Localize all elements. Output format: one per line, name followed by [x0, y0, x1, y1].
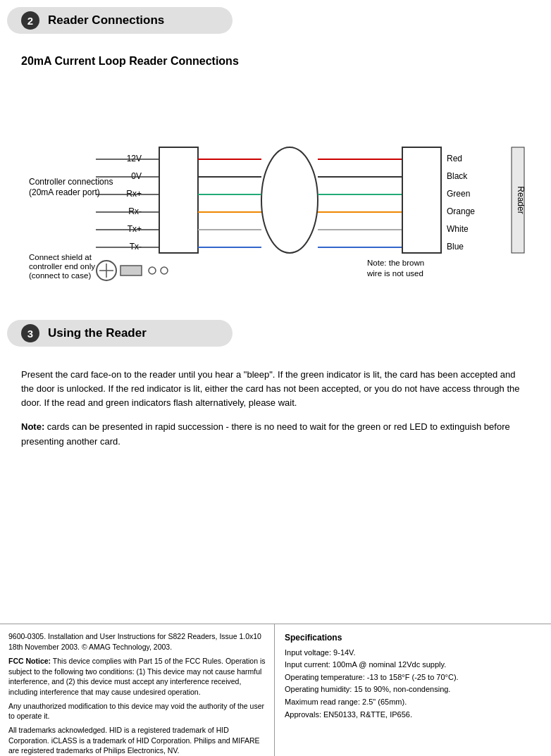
specs-lines: Input voltage: 9-14V.Input current: 100m…	[285, 647, 541, 721]
spec-line: Operating temperature: -13 to 158°F (-25…	[285, 671, 541, 684]
svg-text:Tx-: Tx-	[130, 242, 142, 252]
specs-title: Specifications	[285, 631, 541, 645]
footer-left: 9600-0305. Installation and User Instruc…	[0, 624, 275, 756]
spec-line: Input voltage: 9-14V.	[285, 647, 541, 659]
spec-line: Operating humidity: 15 to 90%, non-conde…	[285, 683, 541, 696]
svg-text:wire is not used: wire is not used	[366, 269, 423, 278]
section3-header: 3 Using the Reader	[7, 320, 233, 347]
footer-para3: All trademarks acknowledged. HID is a re…	[8, 725, 266, 756]
section3-content: Present the card face-on to the reader u…	[0, 361, 551, 463]
section2-number: 2	[21, 11, 39, 30]
note-bold: Note:	[21, 421, 44, 432]
svg-text:Blue: Blue	[447, 242, 464, 252]
footer: 9600-0305. Installation and User Instruc…	[0, 624, 551, 756]
using-note: Note: cards can be presented in rapid su…	[21, 420, 530, 448]
svg-text:0V: 0V	[131, 171, 142, 181]
svg-rect-2	[159, 147, 198, 253]
svg-text:Tx+: Tx+	[128, 224, 142, 234]
fcc-bold: FCC Notice:	[8, 657, 51, 665]
svg-point-15	[261, 147, 318, 253]
spec-line: Approvals: EN50133, R&TTE, IP656.	[285, 709, 541, 721]
svg-rect-40	[120, 266, 142, 275]
svg-text:Controller connections: Controller connections	[29, 177, 113, 187]
svg-text:Reader: Reader	[516, 186, 526, 213]
footer-para2: Any unauthorized modification to this de…	[8, 701, 266, 721]
section2-content: 20mA Current Loop Reader Connections Con…	[0, 48, 551, 292]
svg-rect-28	[402, 147, 441, 253]
svg-text:Orange: Orange	[447, 206, 475, 216]
svg-point-42	[161, 267, 168, 274]
section3-number: 3	[21, 324, 39, 342]
svg-point-41	[149, 267, 156, 274]
section2-subtitle: 20mA Current Loop Reader Connections	[21, 55, 530, 68]
spec-line: Input current: 100mA @ nominal 12Vdc sup…	[285, 659, 541, 671]
svg-text:Red: Red	[447, 154, 462, 163]
svg-text:Rx+: Rx+	[126, 189, 142, 199]
wiring-diagram: Controller connections (20mA reader port…	[22, 80, 529, 285]
using-paragraph1: Present the card face-on to the reader u…	[21, 368, 530, 410]
footer-fcc: FCC Notice: This device complies with Pa…	[8, 656, 266, 698]
footer-part1: 9600-0305. Installation and User Instruc…	[8, 631, 266, 652]
svg-text:(connect to case): (connect to case)	[29, 271, 91, 280]
section3-title: Using the Reader	[48, 326, 147, 340]
svg-text:Connect shield at: Connect shield at	[29, 253, 92, 261]
svg-text:White: White	[447, 224, 469, 234]
page: 2 Reader Connections 20mA Current Loop R…	[0, 7, 551, 756]
svg-text:12V: 12V	[127, 154, 142, 163]
svg-text:Rx-: Rx-	[128, 206, 142, 216]
svg-text:Green: Green	[447, 189, 470, 199]
footer-right: Specifications Input voltage: 9-14V.Inpu…	[275, 624, 551, 756]
diagram-container: Controller connections (20mA reader port…	[22, 80, 529, 285]
spec-line: Maximum read range: 2.5" (65mm).	[285, 696, 541, 709]
note-rest: cards can be presented in rapid successi…	[21, 421, 510, 446]
section2-header: 2 Reader Connections	[7, 7, 233, 34]
svg-text:controller end only: controller end only	[29, 262, 95, 271]
section2-title: Reader Connections	[48, 13, 164, 27]
svg-text:Black: Black	[447, 171, 468, 181]
svg-text:Note: the brown: Note: the brown	[367, 259, 424, 267]
svg-text:(20mA reader port): (20mA reader port)	[29, 187, 100, 197]
